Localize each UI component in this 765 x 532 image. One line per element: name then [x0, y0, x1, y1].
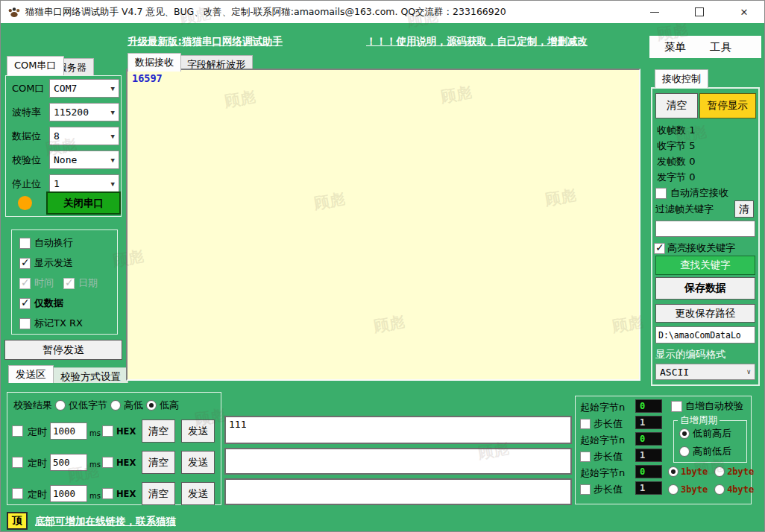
step-value-1[interactable]: 1: [635, 416, 662, 429]
low-first-option[interactable]: 低前高后: [679, 427, 731, 440]
timer2-clear-button[interactable]: 清空: [142, 451, 175, 474]
timer1-send-button[interactable]: 发送: [181, 419, 215, 443]
byte4-radio[interactable]: [714, 484, 725, 495]
step-row-3[interactable]: 步长值: [580, 483, 623, 496]
tab-send-area[interactable]: 发送区: [8, 365, 54, 383]
filter-keyword-input[interactable]: [655, 221, 755, 237]
highlight-option[interactable]: 高亮接收关键字: [654, 241, 735, 255]
find-keyword-button[interactable]: 查找关键字: [655, 256, 755, 275]
step-value-3[interactable]: 1: [635, 481, 662, 495]
receive-data-view[interactable]: 16597: [126, 69, 640, 381]
stop-bits-select[interactable]: 1▼: [49, 174, 119, 193]
data-only-checkbox[interactable]: [19, 298, 31, 309]
step-checkbox-2[interactable]: [580, 452, 591, 462]
timer1-enable-checkbox[interactable]: [12, 425, 23, 437]
show-send-checkbox[interactable]: [19, 258, 31, 269]
increment-period-legend: 自增周期: [678, 414, 720, 427]
step-row-2[interactable]: 步长值: [580, 450, 623, 463]
checksum-lowhigh-radio[interactable]: [146, 400, 157, 411]
step-checkbox-1[interactable]: [580, 419, 591, 429]
time-checkbox[interactable]: [19, 278, 31, 289]
timer3-interval-input[interactable]: [50, 485, 87, 502]
data-bits-value: 8: [54, 130, 60, 142]
auto-newline-option[interactable]: 自动换行: [19, 236, 73, 250]
menu-item-menu[interactable]: 菜单: [664, 40, 686, 54]
tab-data-receive[interactable]: 数据接收: [128, 53, 181, 72]
clear-receive-button[interactable]: 清空: [655, 93, 698, 118]
auto-checksum-checkbox[interactable]: [671, 401, 682, 412]
byte-size-row-1: 1byte 2byte: [668, 466, 754, 477]
close-serial-button[interactable]: 关闭串口: [46, 191, 121, 215]
baud-rate-select[interactable]: 115200▼: [49, 103, 119, 121]
timer3-send-button[interactable]: 发送: [181, 482, 215, 505]
mark-txrx-option[interactable]: 标记TX RX: [19, 317, 83, 330]
timer1-hex-checkbox[interactable]: [102, 425, 113, 437]
maximize-button[interactable]: [682, 1, 717, 23]
timer1-interval-input[interactable]: [50, 422, 87, 440]
start-byte-value-3[interactable]: 0: [635, 465, 662, 478]
send-input-3[interactable]: [224, 478, 572, 505]
auto-clear-checkbox[interactable]: [655, 188, 667, 199]
parity-select[interactable]: None▼: [49, 151, 119, 169]
save-data-button[interactable]: 保存数据: [655, 277, 755, 300]
mark-txrx-checkbox[interactable]: [19, 318, 31, 329]
rx-bytes-value: 5: [689, 140, 695, 151]
change-save-path-button[interactable]: 更改保存路径: [655, 304, 755, 323]
tab-checksum-settings[interactable]: 校验方式设置: [53, 367, 128, 383]
checksum-highlow-radio[interactable]: [110, 400, 121, 411]
pause-send-button[interactable]: 暂停发送: [4, 340, 122, 360]
start-byte-value-2[interactable]: 0: [635, 432, 662, 446]
high-first-option[interactable]: 高前低后: [679, 445, 731, 458]
data-only-option[interactable]: 仅数据: [19, 297, 63, 310]
low-first-radio[interactable]: [679, 428, 690, 439]
step-value-2[interactable]: 1: [635, 449, 662, 462]
timer1-clear-button[interactable]: 清空: [142, 419, 175, 443]
help-link[interactable]: ！！！使用说明，源码获取，自己定制，增删减改: [366, 35, 588, 48]
auto-checksum-option[interactable]: 自增自动校验: [671, 399, 743, 413]
timer2-enable-checkbox[interactable]: [12, 457, 23, 468]
chevron-down-icon: ▼: [111, 180, 115, 188]
high-first-radio[interactable]: [679, 446, 690, 457]
byte3-radio[interactable]: [668, 484, 679, 495]
send-input-2[interactable]: [224, 448, 572, 475]
auto-newline-checkbox[interactable]: [19, 238, 31, 249]
scroll-top-button[interactable]: 顶: [7, 512, 28, 530]
timer3-enable-checkbox[interactable]: [12, 488, 23, 499]
upgrade-link[interactable]: 升级最新版:猫猫串口网络调试助手: [128, 35, 283, 48]
timer3-clear-button[interactable]: 清空: [142, 482, 175, 505]
byte1-radio[interactable]: [668, 466, 679, 477]
send-input-1[interactable]: 111: [224, 416, 572, 444]
show-send-option[interactable]: 显示发送: [19, 256, 73, 270]
start-byte-value-1[interactable]: 0: [635, 399, 662, 413]
com-settings-group: COM口 COM7▼ 波特率 115200▼ 数据位 8▼ 校验位 None▼ …: [5, 75, 122, 217]
tab-com-serial[interactable]: COM串口: [7, 56, 64, 75]
rx-frames-stat: 收帧数 1: [657, 124, 695, 137]
menu-item-tools[interactable]: 工具: [710, 40, 731, 54]
auto-clear-option[interactable]: 自动清空接收: [655, 186, 728, 200]
paw-icon: [7, 5, 21, 19]
tab-receive-control[interactable]: 接收控制: [655, 69, 708, 88]
byte2-radio[interactable]: [714, 466, 725, 477]
timer2-interval-input[interactable]: [50, 454, 87, 471]
highlight-checkbox[interactable]: [654, 243, 665, 254]
com-port-select[interactable]: COM7▼: [49, 79, 119, 98]
save-path-field[interactable]: [655, 326, 755, 343]
data-bits-select[interactable]: 8▼: [49, 127, 119, 145]
timer2-hex-checkbox[interactable]: [102, 457, 113, 468]
encoding-select[interactable]: ASCII∨: [655, 364, 755, 380]
filter-clear-button[interactable]: 清: [734, 200, 754, 218]
footer-link[interactable]: 底部可增加在线链接，联系猫猫: [35, 515, 176, 528]
timer3-hex-checkbox[interactable]: [102, 488, 113, 499]
close-button[interactable]: ✕: [727, 1, 761, 23]
date-checkbox[interactable]: [63, 278, 75, 289]
timer2-send-button[interactable]: 发送: [181, 451, 215, 474]
step-checkbox-3[interactable]: [580, 484, 591, 495]
start-byte-label-2: 起始字节n: [580, 434, 625, 447]
timer2-ms-label: ms: [89, 460, 101, 469]
minimize-button[interactable]: [638, 1, 672, 23]
checksum-lowbyte-radio[interactable]: [55, 400, 66, 411]
byte2-label: 2byte: [727, 466, 754, 477]
byte4-label: 4byte: [727, 484, 754, 495]
pause-display-button[interactable]: 暂停显示: [699, 93, 756, 118]
step-row-1[interactable]: 步长值: [580, 417, 623, 431]
